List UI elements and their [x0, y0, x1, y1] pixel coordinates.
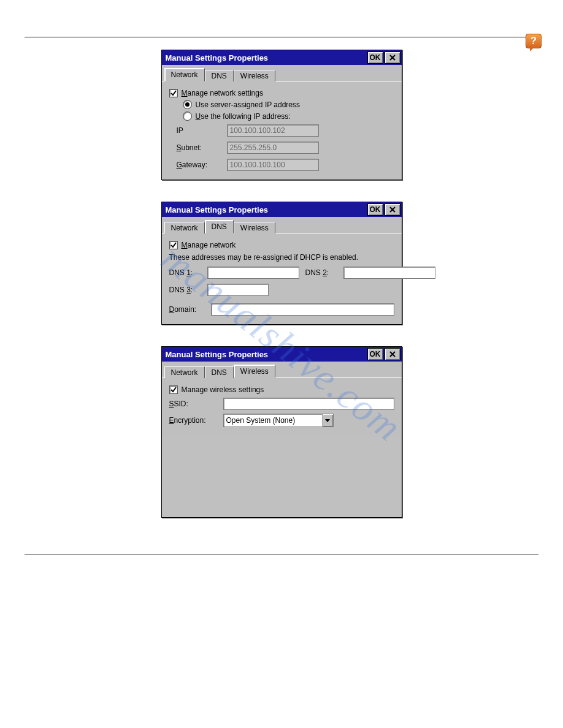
- encryption-value: Open System (None): [224, 416, 322, 425]
- encryption-label: Encryption:: [169, 416, 218, 425]
- tab-dns[interactable]: DNS: [205, 70, 234, 82]
- tab-dns[interactable]: DNS: [205, 220, 234, 233]
- subnet-input[interactable]: [227, 142, 319, 154]
- ssid-label: SSID:: [169, 400, 218, 408]
- manage-wireless-label: Manage wireless settings: [182, 385, 264, 394]
- panel-wireless: Manage wireless settings SSID: Encryptio…: [162, 377, 402, 436]
- manage-network-checkbox[interactable]: [169, 241, 178, 249]
- close-icon: [389, 54, 396, 61]
- ok-button[interactable]: OK: [367, 51, 383, 64]
- titlebar: Manual Settings Properties OK: [162, 50, 402, 65]
- ok-button[interactable]: OK: [367, 203, 383, 216]
- help-icon[interactable]: ?: [526, 34, 542, 48]
- tab-wireless[interactable]: Wireless: [234, 222, 275, 233]
- titlebar: Manual Settings Properties OK: [162, 347, 402, 362]
- dns-note: These addresses may be re-assigned if DH…: [169, 253, 394, 262]
- panel-network: Manage network settings Use server-assig…: [162, 81, 402, 180]
- close-button[interactable]: [385, 203, 400, 216]
- tab-strip: Network DNS Wireless: [162, 362, 402, 377]
- dialog-wireless: Manual Settings Properties OK Network DN…: [161, 346, 402, 518]
- manage-network-label: Manage network settings: [182, 89, 263, 97]
- subnet-label: Subnet:: [177, 143, 220, 152]
- check-icon: [170, 241, 177, 249]
- dialog-network: Manual Settings Properties OK Network DN…: [161, 50, 402, 180]
- domain-input[interactable]: [211, 303, 394, 316]
- manage-network-label: Manage network: [182, 241, 236, 249]
- encryption-select[interactable]: Open System (None): [223, 414, 334, 427]
- dialog-title: Manual Settings Properties: [166, 350, 366, 359]
- panel-dns: Manage network These addresses may be re…: [162, 233, 402, 324]
- dns2-input[interactable]: [343, 267, 435, 279]
- tab-strip: Network DNS Wireless: [162, 65, 402, 81]
- ok-button[interactable]: OK: [367, 348, 383, 360]
- ip-input[interactable]: [227, 124, 319, 137]
- check-icon: [170, 89, 177, 97]
- tab-network[interactable]: Network: [164, 222, 205, 233]
- radio-server-ip-label: Use server-assigned IP address: [196, 100, 301, 109]
- tab-wireless[interactable]: Wireless: [234, 365, 275, 378]
- tab-dns[interactable]: DNS: [205, 366, 234, 378]
- dns2-label: DNS 2:: [305, 268, 337, 277]
- gateway-label: Gateway:: [177, 161, 220, 169]
- close-button[interactable]: [385, 348, 400, 360]
- domain-label: Domain:: [169, 305, 206, 314]
- gateway-input[interactable]: [227, 159, 319, 171]
- manage-wireless-checkbox[interactable]: [169, 385, 178, 394]
- tab-network[interactable]: Network: [164, 366, 205, 378]
- dialog-title: Manual Settings Properties: [166, 205, 366, 214]
- close-button[interactable]: [385, 51, 400, 64]
- dropdown-arrow-icon: [322, 414, 333, 427]
- tab-network[interactable]: Network: [164, 68, 205, 82]
- radio-static-ip-label: Use the following IP address:: [196, 112, 291, 121]
- close-icon: [389, 206, 396, 213]
- ssid-input[interactable]: [223, 398, 394, 410]
- dns3-input[interactable]: [207, 284, 269, 296]
- dns1-label: DNS 1:: [169, 268, 201, 277]
- dns3-label: DNS 3:: [169, 286, 201, 294]
- check-icon: [170, 386, 177, 393]
- ip-label: IP: [177, 126, 220, 135]
- dialog-dns: Manual Settings Properties OK Network DN…: [161, 202, 402, 325]
- tab-wireless[interactable]: Wireless: [234, 70, 275, 82]
- tab-strip: Network DNS Wireless: [162, 217, 402, 233]
- dns1-input[interactable]: [207, 267, 299, 279]
- manage-network-checkbox[interactable]: [169, 89, 178, 97]
- radio-server-ip[interactable]: [183, 100, 192, 109]
- close-icon: [389, 351, 396, 358]
- radio-static-ip[interactable]: [183, 112, 192, 121]
- dialog-title: Manual Settings Properties: [166, 53, 366, 63]
- titlebar: Manual Settings Properties OK: [162, 202, 402, 217]
